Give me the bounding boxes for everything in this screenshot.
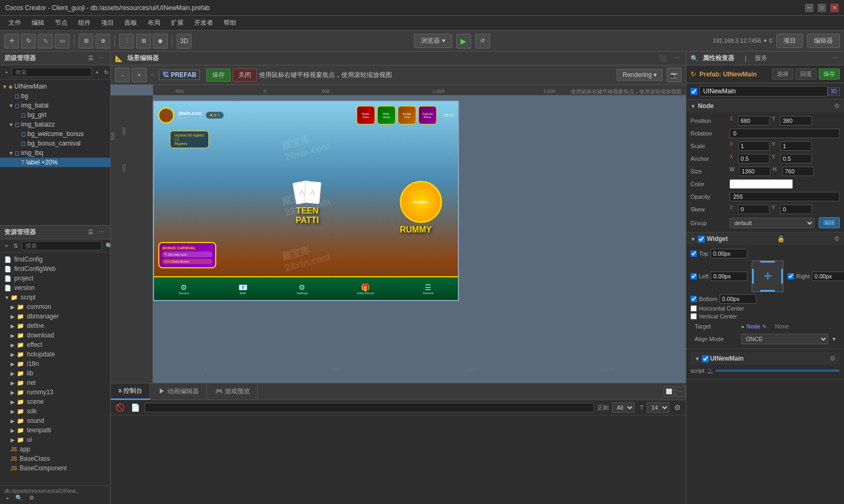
asset-project[interactable]: 📄 project xyxy=(0,274,110,283)
asset-common[interactable]: ▶ 📁 common xyxy=(0,302,110,312)
asset-app[interactable]: JS app xyxy=(0,444,110,454)
scale-x-input[interactable] xyxy=(738,141,770,151)
add-asset-btn[interactable]: + xyxy=(3,242,9,249)
play-button[interactable]: ▶ xyxy=(456,34,471,49)
assets-options-btn[interactable]: ⋯ xyxy=(97,228,106,236)
tree-item-bg-girl[interactable]: ◻ bg_girl xyxy=(0,110,110,120)
asset-download[interactable]: ▶ 📁 download xyxy=(0,331,110,340)
3d-button[interactable]: 3D xyxy=(177,34,191,49)
close-button[interactable]: ✕ xyxy=(830,4,839,12)
skew-x-input[interactable] xyxy=(738,205,770,214)
console-settings-btn[interactable]: ⚙ xyxy=(673,403,683,412)
hierarchy-search-mode-btn[interactable]: ⌖ xyxy=(94,69,100,76)
position-y-input[interactable] xyxy=(780,116,812,125)
camera-button[interactable]: ◉ xyxy=(153,34,168,49)
scene-maximize-btn[interactable]: ⬛ xyxy=(658,54,668,62)
node-active-checkbox[interactable] xyxy=(690,88,697,95)
widget-top-input[interactable] xyxy=(711,249,747,258)
position-x-input[interactable] xyxy=(738,116,770,125)
maximize-button[interactable]: □ xyxy=(818,4,826,12)
asset-script[interactable]: ▼ 📁 script xyxy=(0,293,110,302)
tree-item-bg-bonus-carnival[interactable]: ◻ bg_bonus_carnival xyxy=(0,139,110,148)
asset-scene[interactable]: ▶ 📁 scene xyxy=(0,397,110,406)
widget-horiz-center-checkbox[interactable] xyxy=(690,305,697,312)
tree-item-img-lbq[interactable]: ▼ ◻ img_lbq xyxy=(0,148,110,158)
inspector-options-btn[interactable]: ⋯ xyxy=(831,54,840,62)
zoom-out-btn[interactable]: - xyxy=(115,67,130,82)
asset-basecomponent[interactable]: JS BaseComponent xyxy=(0,463,110,473)
zoom-in-btn[interactable]: + xyxy=(132,67,147,82)
menu-panel[interactable]: 面板 xyxy=(120,17,141,28)
hierarchy-menu-btn[interactable]: ☰ xyxy=(87,54,95,62)
assets-search[interactable] xyxy=(22,241,102,250)
component-section-header[interactable]: ▼ UINewMain ⚙ xyxy=(690,352,840,365)
node-name-input[interactable] xyxy=(699,86,828,96)
tab-animation[interactable]: ▶ 动画编辑器 xyxy=(151,384,206,399)
tab-preview[interactable]: 🎮 游戏预览 xyxy=(208,384,258,399)
size-w-input[interactable] xyxy=(739,167,771,176)
grid-button[interactable]: ⊞ xyxy=(136,34,151,49)
asset-firstConfig[interactable]: 📄 firstConfig xyxy=(0,255,110,264)
group-select[interactable]: default xyxy=(730,218,814,228)
asset-effect[interactable]: ▶ 📁 effect xyxy=(0,340,110,350)
widget-bottom-input[interactable] xyxy=(720,294,756,304)
asset-sound[interactable]: ▶ 📁 sound xyxy=(0,416,110,425)
snap-button[interactable]: ⋮ xyxy=(119,34,134,49)
prefab-select-btn[interactable]: 选择 xyxy=(772,69,793,80)
move-tool-button[interactable]: ✛ xyxy=(4,34,19,49)
tab-console[interactable]: ≡ 控制台 xyxy=(111,383,150,400)
menu-project[interactable]: 项目 xyxy=(97,17,118,28)
widget-vert-center-checkbox[interactable] xyxy=(690,313,697,319)
assets-settings-btn[interactable]: ⚙ xyxy=(27,494,36,502)
component-active-checkbox[interactable] xyxy=(702,355,709,362)
tree-item-img-bataizz[interactable]: ▼ ◻ img_bataizz xyxy=(0,120,110,129)
script-link[interactable]: ☞ xyxy=(707,367,713,374)
align-mode-select[interactable]: ONCE xyxy=(741,334,828,344)
widget-section-checkbox[interactable] xyxy=(698,236,705,243)
asset-lib[interactable]: ▶ 📁 lib xyxy=(0,369,110,378)
asset-net[interactable]: ▶ 📁 net xyxy=(0,378,110,387)
hierarchy-search[interactable] xyxy=(12,67,92,77)
opacity-input[interactable] xyxy=(730,192,840,201)
scale-y-input[interactable] xyxy=(780,141,812,151)
tree-item-img-batai[interactable]: ▼ ◻ img_batai xyxy=(0,101,110,110)
color-picker[interactable] xyxy=(730,179,793,189)
transform-button[interactable]: ⊞ xyxy=(79,34,93,49)
project-button[interactable]: 项目 xyxy=(776,34,803,48)
add-node-btn[interactable]: + xyxy=(3,69,9,76)
asset-hotupdate[interactable]: ▶ 📁 hotupdate xyxy=(0,350,110,359)
skew-y-input[interactable] xyxy=(780,205,812,214)
font-size-select[interactable]: 14 xyxy=(647,402,669,413)
scene-viewport[interactable]: -500 0 500 1,000 1,500 500 使用鼠标右键平移视窗焦点，… xyxy=(111,85,686,383)
asset-teenpatti[interactable]: ▶ 📁 teenpatti xyxy=(0,425,110,435)
tree-item-bg[interactable]: ◻ bg xyxy=(0,91,110,101)
scene-save-btn[interactable]: 保存 xyxy=(206,69,231,82)
assets-search-btn-2[interactable]: 🔍 xyxy=(14,494,24,502)
asset-rummy13[interactable]: ▶ 📁 rummy13 xyxy=(0,387,110,397)
asset-define[interactable]: ▶ 📁 define xyxy=(0,321,110,331)
tree-item-label-plus20[interactable]: T label +20% xyxy=(0,158,110,167)
asset-version[interactable]: 📄 version xyxy=(0,283,110,293)
menu-help[interactable]: 帮助 xyxy=(219,17,241,28)
widget-section-header[interactable]: ▼ Widget 🔒 ⚙ xyxy=(686,232,844,245)
menu-file[interactable]: 文件 xyxy=(4,17,25,28)
console-options-btn[interactable]: ⋯ xyxy=(675,386,686,397)
size-h-input[interactable] xyxy=(782,167,814,176)
target-edit-icon[interactable]: ✎ xyxy=(762,324,766,329)
anchor-x-input[interactable] xyxy=(738,154,770,163)
console-clear-btn[interactable]: 🚫 xyxy=(114,403,126,412)
filter-type-select[interactable]: All xyxy=(612,402,635,413)
asset-baseclass[interactable]: JS BaseClass xyxy=(0,454,110,463)
sort-asset-btn[interactable]: ⇅ xyxy=(12,242,20,250)
rect-tool-button[interactable]: ▭ xyxy=(55,34,70,49)
scene-close-btn[interactable]: 关闭 xyxy=(233,69,257,82)
widget-left-checkbox[interactable] xyxy=(690,273,697,279)
console-filter-input[interactable] xyxy=(145,403,594,412)
camera-record-btn[interactable]: 📷 xyxy=(667,67,682,82)
tree-item-UINewMain[interactable]: ▼ ◈ UINewMain xyxy=(0,82,110,91)
tree-item-bg-welcome-bonus[interactable]: ◻ bg_welcome_bonus xyxy=(0,129,110,139)
widget-right-input[interactable] xyxy=(812,272,844,281)
menu-layout[interactable]: 布局 xyxy=(143,17,165,28)
widget-right-checkbox[interactable] xyxy=(788,273,794,279)
node-section-gear[interactable]: ⚙ xyxy=(834,102,840,110)
